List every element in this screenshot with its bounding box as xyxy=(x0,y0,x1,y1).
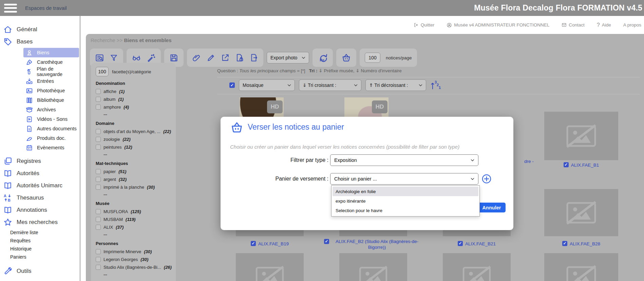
paperclip-icon[interactable] xyxy=(192,53,201,62)
facet-checkbox[interactable] xyxy=(96,89,101,94)
sidebar-item-plan-sauvegarde[interactable]: Plan de sauvegarde xyxy=(23,67,79,76)
facet-count-input[interactable]: 100 xyxy=(96,67,109,76)
sidebar-item-carotheque[interactable]: Carothèque xyxy=(23,57,79,67)
contact-button[interactable]: Contact xyxy=(562,22,585,27)
record-checkbox[interactable]: ✓ xyxy=(251,241,256,246)
record-thumbnail[interactable] xyxy=(236,253,304,281)
file-print-icon[interactable] xyxy=(235,53,244,62)
sidebar-item-archives[interactable]: Archives xyxy=(23,105,79,114)
sidebar-item-annotations[interactable]: Annotations xyxy=(0,204,80,216)
basket-select[interactable]: Choisir un panier ... xyxy=(330,173,478,185)
facet-more[interactable]: ... xyxy=(96,151,172,156)
export-photo-select[interactable]: Export photo xyxy=(267,52,309,63)
record-checkbox[interactable]: ✓ xyxy=(562,241,567,246)
edit-pencil-icon[interactable] xyxy=(207,53,215,62)
facet-checkbox[interactable] xyxy=(96,225,101,230)
facet-checkbox[interactable] xyxy=(96,97,101,102)
list-search-icon[interactable] xyxy=(95,53,104,62)
facet-more[interactable]: ... xyxy=(96,191,172,196)
sidebar-item-paniers[interactable]: Paniers xyxy=(0,253,80,261)
sidebar-item-produits-doc[interactable]: Produits doc. xyxy=(23,133,79,143)
save-icon[interactable] xyxy=(169,53,178,62)
record-thumbnail[interactable] xyxy=(544,189,618,236)
record-checkbox[interactable]: ✓ xyxy=(324,239,329,244)
glasses-icon[interactable] xyxy=(132,53,141,62)
basket-option[interactable]: Selection pour le havre xyxy=(333,206,478,215)
file-export-icon[interactable] xyxy=(249,53,258,62)
record-label[interactable]: ✓ ALIX.FAE_B1 xyxy=(544,162,618,168)
recycle-re-icon[interactable]: Re xyxy=(318,53,328,63)
select-all-checkbox[interactable]: ✓ xyxy=(229,82,235,88)
record-thumbnail[interactable] xyxy=(544,112,618,160)
sidebar-item-outils[interactable]: Outils xyxy=(0,265,80,277)
facet-checkbox[interactable] xyxy=(96,129,101,134)
facet-checkbox[interactable] xyxy=(96,217,101,222)
image-icon xyxy=(26,87,33,94)
sidebar-item-evenements[interactable]: Evènements xyxy=(23,143,79,152)
facet-checkbox[interactable] xyxy=(96,145,101,150)
svg-text:A: A xyxy=(4,194,6,198)
facet-checkbox[interactable] xyxy=(96,105,101,110)
notices-per-page-input[interactable]: 100 xyxy=(365,53,380,63)
facet-checkbox[interactable] xyxy=(96,257,101,262)
facet-checkbox[interactable] xyxy=(96,249,101,254)
record-thumbnail[interactable] xyxy=(443,253,511,281)
sidebar-item-autorites[interactable]: Autorités xyxy=(0,167,80,180)
numeric-sort-icon[interactable]: 321 xyxy=(430,80,441,90)
filter-type-select[interactable]: Exposition xyxy=(330,154,478,166)
sort-bar: ✓ Mosaïque ⇓ Tri croissant : ⇑ Tri décro… xyxy=(229,80,441,91)
sidebar-item-requetes[interactable]: Requêtes xyxy=(0,237,80,245)
record-checkbox[interactable]: ✓ xyxy=(564,162,569,167)
record-thumbnail[interactable] xyxy=(544,253,618,281)
sidebar-item-general[interactable]: Général xyxy=(0,23,80,36)
breadcrumb-root[interactable]: Recherche xyxy=(91,37,115,43)
record-label[interactable]: ✓ ALIX.FAE_B28 xyxy=(544,241,618,247)
basket-option[interactable]: expo itinérante xyxy=(333,196,478,206)
hamburger-menu-icon[interactable] xyxy=(4,4,17,13)
facet-checkbox[interactable] xyxy=(96,177,101,182)
sidebar-item-phototheque[interactable]: Photothèque xyxy=(23,86,79,95)
view-mode-select[interactable]: Mosaïque xyxy=(239,79,295,91)
sidebar-item-mes-recherches[interactable]: Mes recherches xyxy=(0,216,80,228)
sidebar-item-videos-sons[interactable]: Vidéos - Sons xyxy=(23,114,79,124)
quit-button[interactable]: Quitter xyxy=(414,22,435,27)
sidebar-item-autorites-unimarc[interactable]: Autorités Unimarc xyxy=(0,180,80,192)
record-label[interactable]: ✓ ALIX.FAE_B2 (Studio Alix (Bagnères-de-… xyxy=(324,239,422,250)
sidebar-item-biens[interactable]: Biens xyxy=(23,48,79,57)
external-link-icon[interactable] xyxy=(221,53,230,62)
basket-icon[interactable] xyxy=(341,53,351,63)
basket-option[interactable]: Archéologie en folie xyxy=(333,187,478,196)
broken-image-icon xyxy=(357,265,390,281)
record-label[interactable]: ✓ ALIX.FAE_B21 xyxy=(443,241,511,247)
sidebar-item-thesaurus[interactable]: AB Thesaurus xyxy=(0,192,80,204)
sidebar-item-entrees[interactable]: Entrées xyxy=(23,76,79,86)
sidebar-item-historique[interactable]: Historique xyxy=(0,245,80,253)
filter-icon[interactable] xyxy=(110,54,118,62)
sidebar-item-derniere-liste[interactable]: Dernière liste xyxy=(0,228,80,237)
magic-wand-icon[interactable] xyxy=(147,53,156,62)
record-label[interactable]: ✓ ALIX.FAE_B19 xyxy=(236,241,304,247)
facet-checkbox[interactable] xyxy=(96,169,101,174)
broken-image-icon xyxy=(564,264,598,281)
sidebar-item-autres-documents[interactable]: Autres documents xyxy=(23,124,79,133)
help-button[interactable]: ? Aide xyxy=(597,22,611,28)
sort-ascending-select[interactable]: ⇓ Tri croissant : xyxy=(299,79,361,91)
sidebar-item-bibliotheque[interactable]: Bibliothèque xyxy=(23,95,79,105)
add-basket-icon[interactable] xyxy=(481,173,492,184)
record-checkbox[interactable]: ✓ xyxy=(458,241,463,246)
facet-more[interactable]: ... xyxy=(96,111,172,116)
books-icon xyxy=(26,97,33,104)
facet-more[interactable]: ... xyxy=(96,271,172,277)
record-thumbnail[interactable] xyxy=(339,253,407,281)
facet-checkbox[interactable] xyxy=(96,209,101,214)
facet-checkbox[interactable] xyxy=(96,185,101,190)
facet-more[interactable]: ... xyxy=(96,231,172,237)
facet-checkbox[interactable] xyxy=(96,137,101,142)
cancel-button[interactable]: Annuler xyxy=(478,203,506,212)
about-button[interactable]: A propos xyxy=(623,22,641,27)
sidebar-item-registres[interactable]: Registres xyxy=(0,155,80,167)
current-user[interactable]: Musée v4 ADMINISTRATEUR FONCTIONNEL xyxy=(447,22,549,28)
facet-checkbox[interactable] xyxy=(96,265,101,270)
sort-descending-select[interactable]: ⇑ Tri décroissant : xyxy=(365,79,426,91)
sidebar-item-bases[interactable]: Bases xyxy=(0,36,80,48)
